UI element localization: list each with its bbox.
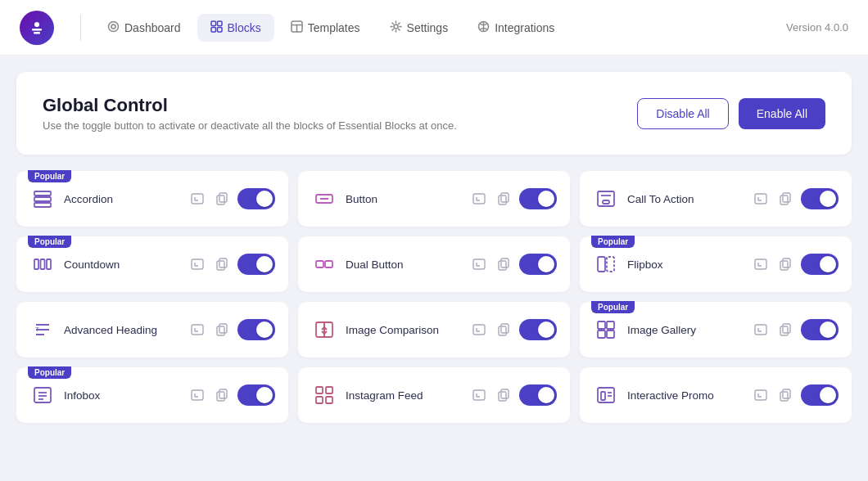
- nav-item-integrations[interactable]: Integrations: [464, 14, 567, 42]
- preview-icon-countdown[interactable]: [188, 255, 206, 273]
- copy-icon-advanced-heading[interactable]: [213, 321, 231, 339]
- toggle-image-comparison[interactable]: [519, 319, 557, 340]
- svg-rect-71: [316, 387, 323, 393]
- version-label: Version 4.0.0: [786, 21, 848, 34]
- integrations-icon: [477, 20, 490, 35]
- blocks-grid: Popular Accordion Button: [16, 171, 852, 423]
- block-card-instagram-feed: Instagram Feed: [298, 367, 570, 423]
- copy-icon-image-gallery[interactable]: [776, 321, 794, 339]
- preview-icon-dual-button[interactable]: [470, 255, 488, 273]
- toggle-infobox[interactable]: [237, 384, 275, 406]
- block-name-button: Button: [346, 193, 470, 205]
- nav-item-dashboard[interactable]: Dashboard: [94, 14, 194, 42]
- svg-rect-17: [34, 203, 51, 207]
- svg-rect-6: [217, 21, 222, 26]
- preview-icon-button[interactable]: [470, 190, 488, 208]
- nav-templates-label: Templates: [308, 21, 360, 34]
- nav-item-templates[interactable]: Templates: [278, 14, 373, 42]
- svg-rect-7: [211, 27, 216, 32]
- svg-rect-61: [755, 325, 766, 335]
- preview-icon-infobox[interactable]: [188, 386, 206, 404]
- svg-rect-47: [780, 261, 788, 270]
- copy-icon-image-comparison[interactable]: [495, 321, 513, 339]
- block-actions-image-gallery: [752, 319, 839, 340]
- interactive-promo-icon: [593, 382, 619, 408]
- copy-icon-accordion[interactable]: [213, 190, 231, 208]
- block-card-dual-button: Dual Button: [298, 236, 570, 292]
- preview-icon-image-gallery[interactable]: [752, 321, 770, 339]
- nav-item-settings[interactable]: Settings: [377, 14, 462, 42]
- copy-icon-interactive-promo[interactable]: [776, 386, 794, 404]
- svg-rect-46: [783, 258, 790, 267]
- svg-rect-56: [499, 326, 506, 335]
- block-card-advanced-heading: T Advanced Heading: [16, 302, 288, 357]
- toggle-advanced-heading[interactable]: [237, 319, 275, 340]
- block-actions-dual-button: [470, 254, 557, 275]
- preview-icon-flipbox[interactable]: [752, 255, 770, 273]
- popular-badge: Popular: [591, 301, 635, 313]
- nav-item-blocks[interactable]: Blocks: [197, 14, 274, 42]
- block-card-accordion: Popular Accordion: [16, 171, 288, 227]
- svg-rect-57: [598, 321, 605, 329]
- svg-rect-60: [607, 330, 614, 338]
- block-card-interactive-promo: Interactive Promo: [580, 367, 852, 423]
- enable-all-button[interactable]: Enable All: [739, 98, 825, 129]
- block-name-countdown: Countdown: [64, 258, 188, 271]
- popular-badge: Popular: [28, 236, 71, 248]
- svg-rect-44: [607, 257, 614, 272]
- toggle-accordion[interactable]: [237, 188, 275, 209]
- svg-rect-36: [219, 258, 227, 267]
- global-control-card: Global Control Use the toggle button to …: [16, 72, 852, 155]
- popular-badge: Popular: [28, 366, 71, 379]
- toggle-flipbox[interactable]: [801, 254, 839, 275]
- toggle-image-gallery[interactable]: [801, 319, 839, 340]
- copy-icon-dual-button[interactable]: [495, 255, 513, 273]
- toggle-countdown[interactable]: [237, 254, 275, 275]
- svg-rect-58: [607, 321, 614, 329]
- svg-rect-16: [34, 197, 51, 201]
- block-name-dual-button: Dual Button: [346, 258, 470, 271]
- preview-icon-accordion[interactable]: [188, 190, 206, 208]
- svg-rect-32: [34, 259, 38, 269]
- disable-all-button[interactable]: Disable All: [637, 98, 728, 129]
- toggle-instagram-feed[interactable]: [519, 384, 557, 406]
- preview-icon-instagram-feed[interactable]: [470, 386, 488, 404]
- block-name-instagram-feed: Instagram Feed: [346, 389, 470, 402]
- svg-rect-1: [32, 29, 42, 31]
- preview-icon-call-to-action[interactable]: [752, 190, 770, 208]
- svg-rect-15: [34, 191, 51, 196]
- svg-rect-24: [501, 193, 509, 202]
- image-gallery-icon: [593, 317, 619, 343]
- svg-rect-54: [473, 325, 485, 335]
- copy-icon-call-to-action[interactable]: [776, 190, 794, 208]
- copy-icon-countdown[interactable]: [213, 255, 231, 273]
- svg-rect-23: [473, 194, 485, 204]
- preview-icon-advanced-heading[interactable]: [188, 321, 206, 339]
- toggle-interactive-promo[interactable]: [801, 384, 839, 406]
- block-name-accordion: Accordion: [64, 193, 188, 205]
- copy-icon-infobox[interactable]: [213, 386, 231, 404]
- svg-rect-2: [34, 32, 40, 34]
- copy-icon-flipbox[interactable]: [776, 255, 794, 273]
- preview-icon-interactive-promo[interactable]: [752, 386, 770, 404]
- block-actions-countdown: [188, 254, 275, 275]
- block-actions-interactive-promo: [752, 384, 839, 406]
- svg-rect-18: [192, 194, 203, 204]
- svg-rect-72: [316, 397, 323, 403]
- svg-rect-5: [211, 21, 216, 26]
- svg-rect-34: [47, 259, 51, 269]
- block-name-image-gallery: Image Gallery: [627, 324, 752, 336]
- svg-rect-28: [603, 200, 609, 204]
- copy-icon-instagram-feed[interactable]: [495, 386, 513, 404]
- toggle-dual-button[interactable]: [519, 254, 557, 275]
- gc-title: Global Control: [43, 95, 457, 116]
- toggle-button[interactable]: [519, 188, 557, 209]
- preview-icon-image-comparison[interactable]: [470, 321, 488, 339]
- block-card-button: Button: [298, 171, 570, 227]
- svg-rect-82: [755, 390, 766, 400]
- svg-rect-38: [316, 261, 323, 267]
- svg-rect-79: [601, 392, 605, 400]
- block-card-countdown: Popular Countdown: [16, 236, 288, 292]
- copy-icon-button[interactable]: [495, 190, 513, 208]
- toggle-call-to-action[interactable]: [801, 188, 839, 209]
